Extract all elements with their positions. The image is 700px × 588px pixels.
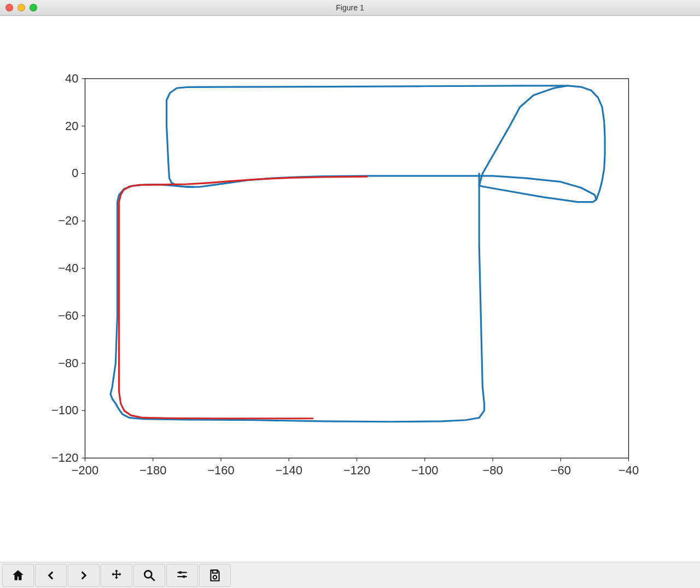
svg-text:−140: −140 <box>275 463 302 477</box>
plot-canvas[interactable]: −200−180−160−140−120−100−80−60−40−120−10… <box>0 16 700 562</box>
svg-text:40: 40 <box>65 72 78 85</box>
svg-text:−180: −180 <box>139 463 166 477</box>
close-icon[interactable] <box>5 4 13 11</box>
forward-button[interactable] <box>68 564 100 587</box>
figure-window: Figure 1 −200−180−160−140−120−100−80−60−… <box>0 0 700 588</box>
maximize-icon[interactable] <box>30 4 37 11</box>
svg-text:−120: −120 <box>51 451 78 464</box>
svg-text:−40: −40 <box>58 261 78 275</box>
svg-text:−60: −60 <box>58 309 78 322</box>
svg-text:−20: −20 <box>58 214 78 227</box>
zoom-button[interactable] <box>133 564 165 587</box>
arrow-right-icon <box>77 568 91 583</box>
svg-text:−80: −80 <box>58 356 78 370</box>
svg-line-38 <box>151 577 155 581</box>
move-icon <box>109 568 124 583</box>
window-title: Figure 1 <box>0 3 700 12</box>
save-icon <box>208 568 222 583</box>
home-icon <box>11 568 25 583</box>
svg-text:−100: −100 <box>411 463 438 477</box>
chart-svg: −200−180−160−140−120−100−80−60−40−120−10… <box>0 16 700 562</box>
pan-button[interactable] <box>101 564 132 587</box>
save-button[interactable] <box>199 564 231 587</box>
minimize-icon[interactable] <box>18 4 25 11</box>
matplotlib-toolbar <box>0 562 700 588</box>
svg-text:−100: −100 <box>51 403 78 417</box>
svg-text:−160: −160 <box>207 463 234 477</box>
svg-rect-42 <box>183 575 185 578</box>
svg-point-37 <box>144 571 151 578</box>
window-titlebar[interactable]: Figure 1 <box>0 0 700 16</box>
svg-rect-43 <box>213 570 218 573</box>
svg-text:−40: −40 <box>619 463 639 477</box>
home-button[interactable] <box>2 564 34 587</box>
zoom-icon <box>142 568 156 583</box>
svg-point-44 <box>213 575 217 579</box>
sliders-icon <box>175 568 189 583</box>
window-controls <box>0 4 37 11</box>
svg-text:20: 20 <box>65 119 78 133</box>
svg-rect-40 <box>179 571 182 573</box>
svg-text:−80: −80 <box>482 463 503 477</box>
back-button[interactable] <box>35 564 67 587</box>
svg-text:−120: −120 <box>343 463 370 477</box>
svg-text:0: 0 <box>72 166 78 180</box>
arrow-left-icon <box>44 568 58 583</box>
svg-text:−200: −200 <box>72 463 98 477</box>
svg-text:−60: −60 <box>551 463 571 477</box>
configure-button[interactable] <box>166 564 198 587</box>
